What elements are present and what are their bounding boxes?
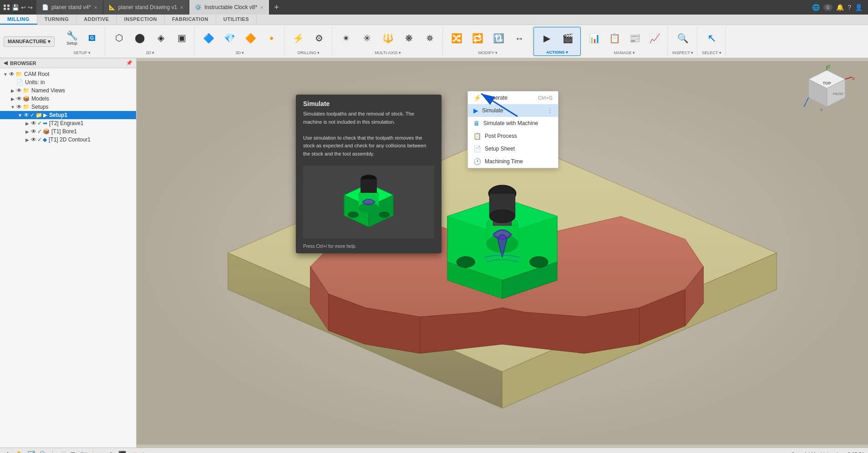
appearance-icon[interactable]: ◉ (107, 450, 115, 453)
redo-icon[interactable]: ↪ (28, 4, 33, 11)
globe-icon[interactable]: 🌐 (812, 4, 820, 11)
3d-pocket-btn[interactable]: 💎 (220, 32, 239, 45)
models-toggle[interactable]: ▶ (9, 96, 16, 101)
tree-models[interactable]: ▶ 👁 📦 Models (0, 95, 136, 103)
actions-items: ▶ 🎬 (538, 27, 577, 49)
chip-break-icon: ⚙ (315, 34, 323, 43)
zoom-icon[interactable]: 🔍 (38, 450, 49, 453)
tab-turning[interactable]: TURNING (37, 15, 77, 25)
browser-pin-icon[interactable]: 📌 (126, 60, 132, 66)
tab-planer-v4-close[interactable]: ✕ (94, 5, 97, 10)
manage-btn1[interactable]: 📊 (585, 32, 604, 45)
chip-break-btn[interactable]: ⚙ (310, 32, 328, 45)
filter-icon[interactable]: 🔻 (129, 450, 140, 453)
tab-milling[interactable]: MILLING (0, 15, 37, 25)
manufacture-btn[interactable]: MANUFACTURE ▾ (4, 36, 55, 47)
tab-instructable-clock-close[interactable]: ✕ (260, 5, 264, 10)
refresh-icon[interactable]: ↩ (97, 450, 105, 453)
simulate-more-btn[interactable]: ⋮ (547, 107, 553, 114)
inspect-btn[interactable]: 🔍 (674, 32, 692, 45)
named-views-toggle[interactable]: ▶ (9, 88, 16, 93)
dropdown-post-process[interactable]: 📋 Post Process (468, 130, 558, 142)
2d-face-btn[interactable]: ▣ (173, 31, 191, 45)
tree-t1-2d-contour[interactable]: ▶ 👁 ✓ ◆ [T1] 2D Contour1 (0, 136, 136, 144)
manage-btn2[interactable]: 📋 (605, 32, 624, 45)
tab-inspection[interactable]: INSPECTION (117, 15, 165, 25)
multi-axis-btn1[interactable]: ✴ (337, 32, 355, 45)
actions-sim-btn[interactable]: 🎬 (558, 32, 577, 45)
simulation-icon[interactable]: ⬛ (117, 450, 127, 453)
dropdown-generate[interactable]: ⚡ Generate Ctrl+G (468, 91, 558, 104)
dropdown-setup-sheet[interactable]: 📄 Setup Sheet (468, 142, 558, 155)
2d-contour-btn[interactable]: ⬤ (131, 31, 149, 45)
save-icon[interactable]: 💾 (12, 4, 19, 11)
modify-btn4[interactable]: ↔ (510, 32, 528, 45)
play-icon[interactable]: ▶ (142, 450, 149, 453)
generate-icon: ⚡ (473, 94, 481, 101)
manage-btn4[interactable]: 📈 (645, 32, 664, 45)
t2-engrave-toggle[interactable]: ▶ (24, 121, 31, 126)
cam-root-toggle[interactable]: ▼ (2, 72, 9, 77)
2d-adaptive-btn[interactable]: ⬡ (110, 31, 128, 45)
tab-utilities[interactable]: UTILITIES (216, 15, 257, 25)
2d-pocket-btn[interactable]: ◈ (152, 31, 170, 45)
dropdown-simulate[interactable]: ▶ Simulate ⋮ (468, 104, 558, 117)
tree-t1-bore[interactable]: ▶ 👁 ✓ 📦 [T1] Bore1 (0, 127, 136, 136)
3d-adaptive-icon: 🔷 (203, 34, 214, 43)
tree-units[interactable]: 📄 Units: in (0, 78, 136, 86)
modify-btn2[interactable]: 🔁 (468, 32, 487, 45)
3d-contour-btn[interactable]: 🔶 (241, 32, 259, 45)
dropdown-simulate-machine[interactable]: 🖥 Simulate with Machine (468, 117, 558, 130)
undo-icon[interactable]: ↩ (21, 4, 26, 11)
orbit-icon[interactable]: 🔃 (26, 450, 36, 453)
app-grid-icon[interactable] (4, 5, 10, 10)
new-tab-btn[interactable]: + (269, 3, 284, 12)
display-mode-icon[interactable]: ⬜ (56, 450, 67, 453)
stock-btn[interactable]: G (83, 33, 101, 44)
app-menu[interactable]: 💾 ↩ ↪ (0, 4, 36, 11)
multi-axis-btn4[interactable]: ❋ (400, 32, 418, 45)
select-btn[interactable]: ↖ (703, 31, 721, 45)
t1-bore-toggle[interactable]: ▶ (24, 129, 31, 134)
3d-label: 3D ▾ (235, 50, 244, 56)
tab-planer-drawing-close[interactable]: ✕ (180, 5, 183, 10)
setups-toggle[interactable]: ▼ (9, 105, 16, 110)
viewport[interactable]: TOP FRONT X Y Z Simulate Simulates toolp… (137, 58, 868, 448)
machining-time-label: Machining Time (485, 158, 523, 165)
modify-btn3[interactable]: 🔃 (489, 32, 508, 45)
tab-instructable-clock[interactable]: ⚙️ Instructable Clock v8* ✕ (189, 0, 269, 15)
pan-icon[interactable]: ✋ (14, 450, 24, 453)
multi-axis-btn2[interactable]: ✳ (358, 32, 376, 45)
multi-axis-btn3[interactable]: 🔱 (379, 32, 397, 45)
manage-btn3[interactable]: 📰 (625, 32, 644, 45)
multi-axis-btn5[interactable]: ✵ (421, 32, 439, 45)
setup-btn[interactable]: 🔧 Setup (63, 29, 81, 47)
3d-items: 🔷 💎 🔶 🔸 (199, 27, 280, 50)
tree-setup1[interactable]: ▼ 👁 ✓ 📁 ▶ Setup1 (0, 111, 136, 119)
move-icon[interactable]: ✛ (4, 450, 12, 453)
multi-axis-items: ✴ ✳ 🔱 ❋ ✵ (337, 27, 439, 50)
tab-additive[interactable]: ADDITIVE (76, 15, 117, 25)
grid-toggle-icon[interactable]: ⊞ (69, 450, 77, 453)
tab-fabrication[interactable]: FABRICATION (165, 15, 216, 25)
setup1-toggle[interactable]: ▼ (16, 113, 24, 118)
tab-planer-v4[interactable]: 📄 planer stand v4* ✕ (36, 0, 103, 15)
notification-count-icon[interactable]: ① (823, 4, 832, 11)
view-icon[interactable]: 📷 (79, 450, 89, 453)
tree-named-views[interactable]: ▶ 👁 📁 Named Views (0, 86, 136, 95)
drill-btn[interactable]: ⚡ (289, 32, 307, 45)
tree-t2-engrave[interactable]: ▶ 👁 ✓ ➡ [T2] Engrave1 (0, 119, 136, 127)
tree-cam-root[interactable]: ▼ 👁 📁 CAM Root (0, 70, 136, 78)
tree-setups[interactable]: ▼ 👁 📁 Setups (0, 103, 136, 111)
3d-parallel-btn[interactable]: 🔸 (262, 32, 280, 45)
t1-2d-contour-toggle[interactable]: ▶ (24, 137, 31, 142)
help-icon[interactable]: ? (848, 4, 851, 11)
tab-planer-drawing[interactable]: 📐 planer stand Drawing v1 ✕ (103, 0, 189, 15)
user-icon[interactable]: 👤 (855, 4, 863, 11)
bell-icon[interactable]: 🔔 (836, 4, 844, 11)
actions-play-btn[interactable]: ▶ (538, 32, 556, 45)
dropdown-machining-time[interactable]: 🕐 Machining Time (468, 155, 558, 168)
browser-collapse-icon[interactable]: ◀ (4, 60, 7, 66)
3d-adaptive-btn[interactable]: 🔷 (199, 32, 218, 45)
modify-btn1[interactable]: 🔀 (447, 32, 466, 45)
